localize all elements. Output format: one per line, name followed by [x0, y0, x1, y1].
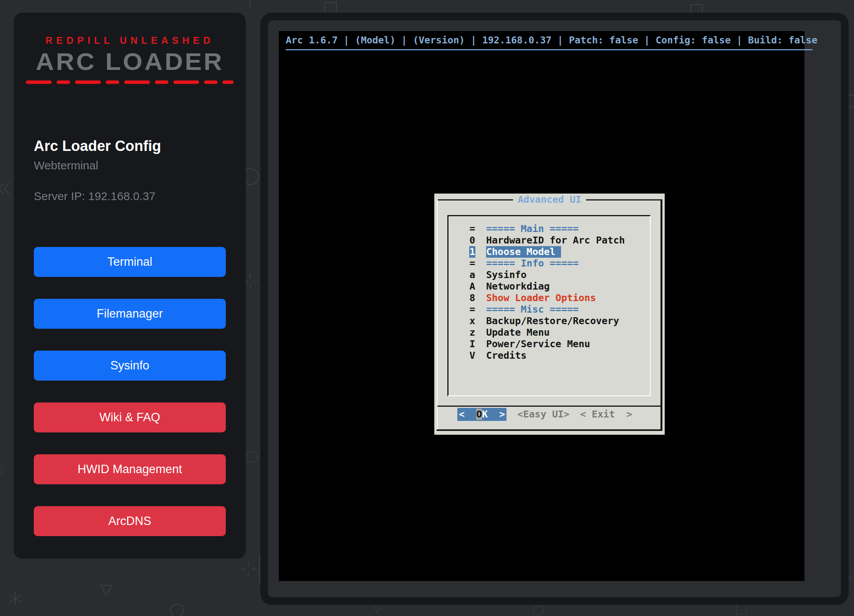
menu-item-hotkey: 1: [469, 246, 475, 258]
dialog-title: Advanced UI: [513, 194, 586, 205]
decor-square-icon: [736, 604, 746, 614]
exit-button[interactable]: < Exit >: [580, 408, 632, 421]
menu-item-hotkey: a: [469, 269, 475, 281]
menu-item-hotkey: 8: [469, 292, 475, 304]
menu-item-label: Power/Service Menu: [486, 338, 590, 350]
menu-item-hotkey: x: [469, 315, 475, 327]
text-cursor: O: [476, 409, 482, 420]
logo-title: ARC LOADER: [14, 48, 246, 75]
decor-triangle-icon: [101, 585, 112, 595]
dialog-menu-row[interactable]: = ===== Info =====: [449, 258, 650, 269]
menu-item-label: ===== Misc =====: [486, 304, 579, 315]
page-subtitle: Webterminal: [34, 159, 226, 172]
logo-dashed-underline: [25, 80, 234, 84]
dialog-left-border: [437, 199, 438, 429]
dialog-menu-row[interactable]: = ===== Main =====: [449, 223, 650, 235]
menu-item-label: Sysinfo: [486, 269, 526, 281]
sidebar-button-label: Sysinfo: [110, 359, 149, 373]
menu-item-hotkey: =: [469, 304, 475, 315]
sidebar-button-sysinfo[interactable]: Sysinfo: [34, 351, 226, 381]
page-title: Arc Loader Config: [34, 138, 226, 154]
dialog-menu-row[interactable]: V Credits: [449, 350, 650, 361]
decor-circle-icon: [170, 604, 184, 616]
decor-crosshair-icon: [241, 561, 257, 577]
dialog-menu-row[interactable]: x Backup/Restore/Recovery: [449, 315, 650, 327]
dialog-menu-row[interactable]: A Networkdiag: [449, 281, 650, 292]
sidebar-buttons: Terminal Filemanager Sysinfo Wiki & FAQ …: [34, 247, 226, 536]
menu-item-label: Choose Model: [486, 246, 561, 258]
decor-circle-icon: [533, 606, 543, 616]
dialog-buttons: < OK > <Easy UI> < Exit >: [437, 407, 660, 421]
dialog-menu-row[interactable]: a Sysinfo: [449, 269, 650, 281]
decor-chevrons-icon: [0, 183, 9, 194]
sidebar-button-label: Wiki & FAQ: [99, 411, 160, 424]
sidebar-button-label: Terminal: [107, 255, 152, 269]
menu-item-label: Credits: [486, 350, 526, 361]
dialog-menu-row[interactable]: 0 HardwareID for Arc Patch: [449, 235, 650, 246]
dialog-menu-row[interactable]: z Update Menu: [449, 327, 650, 338]
server-ip: Server IP: 192.168.0.37: [34, 190, 226, 203]
menu-item-hotkey: =: [469, 223, 475, 235]
logo-tagline: REDPILL UNLEASHED: [14, 35, 246, 46]
decor-triangle-icon: [372, 604, 382, 613]
page: REDPILL UNLEASHED ARC LOADER Arc Loader …: [0, 0, 854, 616]
menu-item-label: HardwareID for Arc Patch: [486, 235, 625, 246]
dialog-button-separator: [437, 406, 660, 407]
menu-item-label: Show Loader Options: [486, 292, 596, 304]
menu-item-hotkey: =: [469, 258, 475, 269]
dialog-bottom-border: [437, 429, 662, 431]
sidebar: REDPILL UNLEASHED ARC LOADER Arc Loader …: [14, 13, 246, 559]
dialog-right-border: [660, 199, 662, 430]
dialog-menu: = ===== Main ===== 0 HardwareID for Arc …: [447, 215, 651, 396]
terminal-status-rule: [286, 49, 813, 50]
menu-item-label: Backup/Restore/Recovery: [486, 315, 619, 327]
decor-square-icon: [325, 2, 336, 14]
sidebar-button-label: HWID Management: [78, 462, 182, 476]
sidebar-button-wiki-faq[interactable]: Wiki & FAQ: [34, 402, 226, 432]
dialog-menu-row[interactable]: 8 Show Loader Options: [449, 292, 650, 304]
menu-item-label: ===== Info =====: [486, 258, 579, 269]
ok-button[interactable]: < OK >: [457, 408, 506, 421]
sidebar-button-hwid-management[interactable]: HWID Management: [34, 454, 226, 484]
arc-loader-logo: REDPILL UNLEASHED ARC LOADER: [14, 35, 246, 84]
sidebar-button-label: Filemanager: [97, 307, 163, 321]
terminal-window: Arc 1.6.7 | (Model) | (Version) | 192.16…: [260, 13, 849, 605]
dialog-menu-row[interactable]: I Power/Service Menu: [449, 338, 650, 350]
sidebar-button-label: ArcDNS: [108, 514, 151, 528]
advanced-ui-dialog: Advanced UI = ===== Main ===== 0 Hardwar…: [434, 194, 665, 435]
menu-item-hotkey: z: [469, 327, 475, 338]
dialog-menu-row[interactable]: 1 Choose Model: [449, 246, 650, 258]
menu-item-hotkey: A: [469, 281, 475, 292]
sidebar-button-filemanager[interactable]: Filemanager: [34, 299, 226, 329]
decor-chevron-icon: [0, 465, 3, 475]
menu-item-hotkey: I: [469, 338, 475, 350]
decor-asterisk-icon: [10, 592, 21, 605]
menu-item-label: ===== Main =====: [486, 223, 579, 235]
menu-item-hotkey: V: [469, 350, 475, 361]
easy-ui-button[interactable]: <Easy UI>: [517, 408, 569, 421]
menu-item-label: Update Menu: [486, 327, 550, 338]
terminal-status-bar: Arc 1.6.7 | (Model) | (Version) | 192.16…: [279, 31, 804, 46]
sidebar-info: Arc Loader Config Webterminal Server IP:…: [34, 138, 226, 203]
dialog-menu-row[interactable]: = ===== Misc =====: [449, 304, 650, 315]
sidebar-button-terminal[interactable]: Terminal: [34, 247, 226, 277]
decor-circle-icon: [246, 451, 257, 463]
sidebar-button-arcdns[interactable]: ArcDNS: [34, 506, 226, 536]
webterminal-screen[interactable]: Arc 1.6.7 | (Model) | (Version) | 192.16…: [279, 31, 804, 581]
menu-item-hotkey: 0: [469, 235, 475, 246]
menu-item-label: Networkdiag: [486, 281, 550, 292]
